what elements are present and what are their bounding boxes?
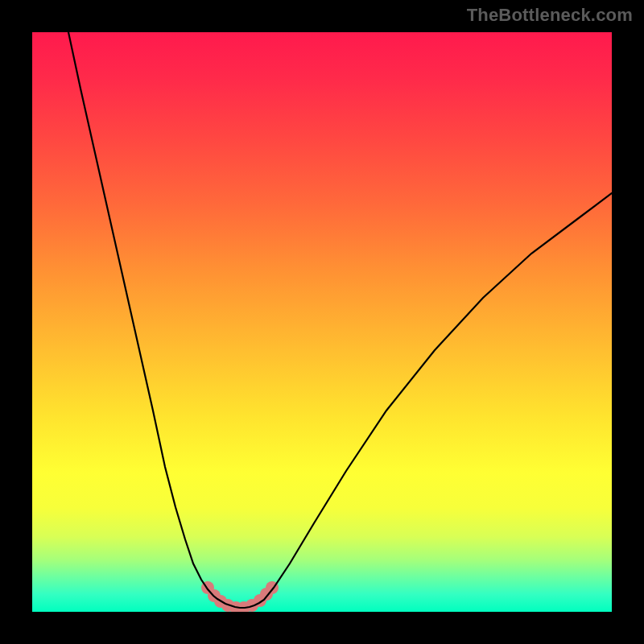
watermark-text: TheBottleneck.com (467, 5, 633, 26)
chart-frame: TheBottleneck.com (0, 0, 644, 644)
curve-svg (32, 32, 612, 612)
plot-area (32, 32, 612, 612)
bottleneck-curve (68, 32, 612, 608)
